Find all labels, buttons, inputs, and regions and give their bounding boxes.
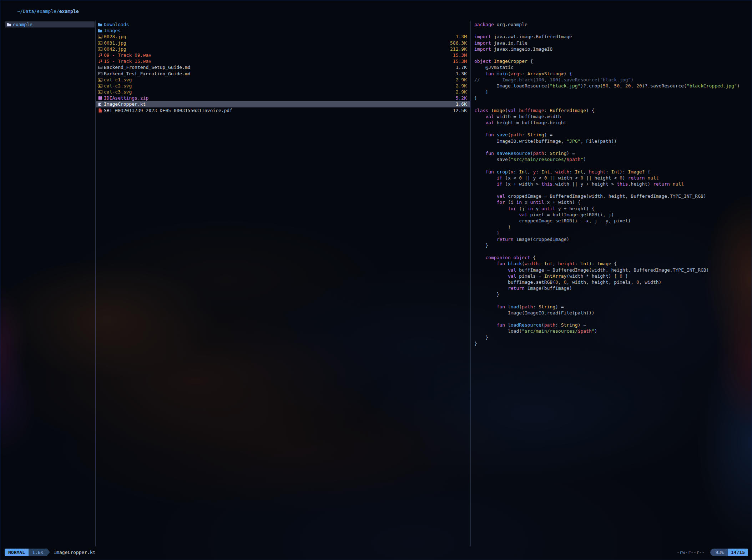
file-size: 1.3M: [456, 34, 467, 40]
file-row[interactable]: 15 - Track 15.wav15.3M: [96, 58, 470, 64]
code-line: fun black(width: Int, height: Int): Imag…: [474, 261, 747, 267]
file-row[interactable]: cal-c2.svg2.9K: [96, 83, 470, 89]
code-line: croppedImage.setRGB(i - x, j - y, pixel): [474, 218, 747, 224]
kotlin-icon: [98, 102, 104, 107]
file-size: 15.3M: [453, 52, 467, 58]
code-line: [474, 316, 747, 322]
code-line: }: [474, 89, 747, 95]
code-line: if (x < 0 || y < 0 || width < 0 || heigh…: [474, 175, 747, 181]
file-name: 0028.jpg: [104, 34, 452, 40]
code-line: Image.loadResource("black.jpg")?.crop(50…: [474, 83, 747, 89]
cursor-position-badge: 14/15: [728, 549, 748, 556]
folder-icon: [98, 28, 104, 33]
archive-icon: [98, 96, 104, 100]
status-right: -rw-r--r-- 93% 14/15: [677, 549, 748, 556]
parent-pane: example: [5, 21, 95, 546]
code-line: // Image.black(100, 100).saveResource("b…: [474, 77, 747, 83]
yazi-file-manager-window: ~/Data/example/example example Downloads…: [0, 0, 752, 560]
code-line: Image(ImageIO.read(File(path))): [474, 310, 747, 316]
file-row[interactable]: cal-c3.svg2.9K: [96, 89, 470, 95]
file-row[interactable]: 0028.jpg1.3M: [96, 34, 470, 40]
image-icon: [98, 47, 104, 51]
code-line: val height = buffImage.height: [474, 120, 747, 126]
file-size: 2.9K: [456, 89, 467, 95]
file-row[interactable]: SBI_0032013739_2023_DE05_0003155631Invoi…: [96, 107, 470, 113]
file-row[interactable]: IDEAsettings.zip5.2K: [96, 95, 470, 101]
code-line: [474, 162, 747, 168]
file-row[interactable]: cal-c1.svg2.9K: [96, 77, 470, 83]
code-line: @JvmStatic: [474, 64, 747, 70]
code-line: [474, 101, 747, 107]
file-name: Backend_Frontend_Setup_Guide.md: [104, 64, 452, 70]
code-line: [474, 187, 747, 193]
code-line: package org.example: [474, 21, 747, 27]
pane-divider-right: [470, 21, 471, 546]
code-line: }: [474, 334, 747, 340]
code-line: fun load(path: String) =: [474, 304, 747, 310]
file-name: 0042.jpg: [104, 46, 446, 52]
parent-dir-item[interactable]: example: [5, 21, 95, 27]
file-row[interactable]: 09 - Track 09.wav15.3M: [96, 52, 470, 58]
status-left: NORMAL 1.6K ImageCropper.kt: [5, 548, 96, 556]
code-line: save("src/main/resources/$path"): [474, 156, 747, 162]
file-permissions: -rw-r--r--: [677, 550, 705, 555]
image-icon: [98, 84, 104, 88]
file-row[interactable]: 0031.jpg586.3K: [96, 40, 470, 46]
file-size: 2.9K: [456, 83, 467, 89]
code-line: [474, 297, 747, 303]
file-name: IDEAsettings.zip: [104, 95, 452, 101]
mode-badge: NORMAL: [5, 549, 29, 556]
code-line: val pixel = buffImage.getRGB(i, j): [474, 212, 747, 218]
code-line: [474, 126, 747, 132]
code-line: class Image(val buffImage: BufferedImage…: [474, 107, 747, 113]
code-line: buffImage.setRGB(0, 0, width, height, pi…: [474, 279, 747, 285]
image-icon: [98, 34, 104, 39]
pdf-icon: [98, 108, 104, 113]
file-row[interactable]: Downloads: [96, 21, 470, 27]
file-size: 1.6K: [456, 101, 467, 107]
file-size: 2.9K: [456, 77, 467, 83]
file-row[interactable]: Backend_Frontend_Setup_Guide.md1.7K: [96, 64, 470, 70]
code-line: }: [474, 230, 747, 236]
code-line: companion object {: [474, 254, 747, 261]
markdown-icon: [98, 65, 104, 70]
code-line: val buffImage = BufferedImage(width, hei…: [474, 267, 747, 273]
code-line: return Image(croppedImage): [474, 236, 747, 242]
file-row[interactable]: 0042.jpg212.9K: [96, 46, 470, 52]
file-name: ImageCropper.kt: [104, 101, 452, 107]
breadcrumb-current-dir: example: [59, 9, 79, 14]
code-line: import java.awt.image.BufferedImage: [474, 34, 747, 40]
file-name: Downloads: [104, 21, 463, 27]
folder-icon: [7, 22, 13, 27]
file-row[interactable]: ImageCropper.kt1.6K: [96, 101, 470, 107]
file-size: 586.3K: [450, 40, 467, 46]
code-line: import java.io.File: [474, 40, 747, 46]
image-icon: [98, 90, 104, 94]
folder-icon: [98, 22, 104, 27]
file-row[interactable]: Backend_Test_Execution_Guide.md1.3K: [96, 71, 470, 77]
code-line: fun save(path: String) =: [474, 132, 747, 138]
code-line: }: [474, 340, 747, 347]
header-bar: ~/Data/example/example: [0, 0, 752, 19]
file-name: 09 - Track 09.wav: [104, 52, 449, 58]
file-name: 0031.jpg: [104, 40, 446, 46]
file-name: Images: [104, 27, 463, 34]
file-row[interactable]: Images: [96, 27, 470, 34]
file-name: Backend_Test_Execution_Guide.md: [104, 71, 452, 77]
file-size: 12.5K: [453, 107, 467, 113]
code-line: }: [474, 291, 747, 297]
code-line: load("src/main/resources/$path"): [474, 328, 747, 334]
file-size: 212.9K: [450, 46, 467, 52]
code-line: [474, 27, 747, 34]
breadcrumb-path-prefix: ~/Data/example/: [17, 9, 59, 14]
code-line: ImageIO.write(buffImage, "JPG", File(pat…: [474, 138, 747, 144]
file-size: 15.3M: [453, 58, 467, 64]
code-line: }: [474, 224, 747, 230]
code-line: fun saveResource(path: String) =: [474, 150, 747, 156]
preview-pane[interactable]: package org.example import java.awt.imag…: [471, 21, 749, 546]
code-line: }: [474, 95, 747, 101]
code-line: return Image(buffImage): [474, 285, 747, 291]
code-line: fun loadResource(path: String) =: [474, 322, 747, 328]
file-name: cal-c3.svg: [104, 89, 452, 95]
file-size-badge: 1.6K: [29, 549, 47, 556]
